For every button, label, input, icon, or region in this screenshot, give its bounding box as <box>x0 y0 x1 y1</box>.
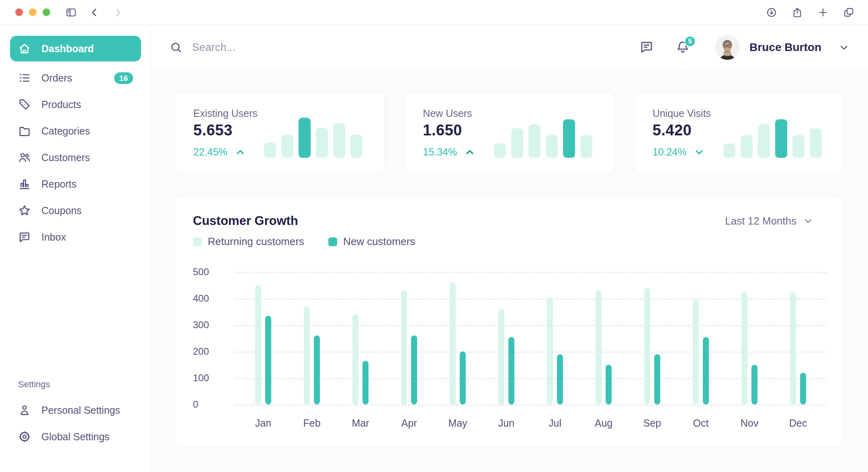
stat-change: 10.24% <box>653 146 711 158</box>
returning-bar-dec <box>790 292 796 405</box>
orders-count-badge: 16 <box>114 72 133 84</box>
sidebar-item-personal-settings[interactable]: Personal Settings <box>10 397 141 423</box>
x-tick-label: Nov <box>741 417 758 429</box>
month-group-jul: Jul <box>547 272 563 405</box>
spark-bar <box>723 143 735 158</box>
sidebar-item-reports[interactable]: Reports <box>10 171 141 197</box>
month-group-jun: Jun <box>498 272 514 405</box>
new-bar-jul <box>557 354 563 405</box>
chevron-down-icon <box>803 216 813 226</box>
stat-change-value: 10.24% <box>653 146 687 158</box>
spark-bar <box>580 135 592 158</box>
stat-label: Unique Visits <box>653 108 711 119</box>
returning-bar-may <box>450 282 456 405</box>
y-tick-label: 200 <box>193 346 209 357</box>
stat-change-icon <box>235 147 246 158</box>
messages-button[interactable] <box>639 40 655 55</box>
back-icon[interactable] <box>89 7 100 18</box>
stat-sparkline <box>264 118 362 158</box>
spark-bar <box>741 135 753 158</box>
sidebar-item-label: Reports <box>41 178 77 190</box>
folder-icon <box>18 125 31 137</box>
legend-label: Returning customers <box>208 235 304 248</box>
spark-bar-highlight <box>563 119 575 158</box>
new-bar-jan <box>265 316 271 405</box>
spark-bar <box>333 123 345 158</box>
chat-icon <box>18 231 31 243</box>
search-input[interactable] <box>192 41 433 54</box>
returning-bar-apr <box>401 290 407 405</box>
range-select[interactable]: Last 12 Months <box>725 215 813 227</box>
returning-bar-sep <box>644 288 650 405</box>
month-group-aug: Aug <box>596 272 612 405</box>
stat-value: 5.653 <box>193 122 258 139</box>
legend-item-new[interactable]: New customers <box>328 235 415 248</box>
notifications-button[interactable]: 5 <box>676 40 691 55</box>
list-icon <box>18 72 31 84</box>
returning-bar-feb <box>304 306 310 405</box>
profile-menu[interactable]: Bruce Burton <box>715 35 850 60</box>
range-select-label: Last 12 Months <box>725 215 796 227</box>
month-group-nov: Nov <box>741 272 757 405</box>
sidebar-item-label: Coupons <box>41 205 82 217</box>
new-bar-feb <box>314 335 320 405</box>
sidebar-item-label: Personal Settings <box>41 405 120 416</box>
y-tick-label: 500 <box>193 266 209 278</box>
tabs-icon[interactable] <box>843 7 854 18</box>
spark-bar <box>758 124 770 158</box>
users-icon <box>18 151 31 164</box>
star-icon <box>18 204 31 217</box>
new-tab-icon[interactable] <box>817 7 829 18</box>
download-icon[interactable] <box>766 7 777 18</box>
minimize-window-button[interactable] <box>29 8 37 16</box>
sidebar-item-orders[interactable]: Orders 16 <box>10 65 141 91</box>
spark-bar <box>264 143 276 158</box>
spark-bar <box>810 129 822 158</box>
month-group-jan: Jan <box>255 272 271 405</box>
sidebar-toggle-icon[interactable] <box>66 7 77 18</box>
window-chrome <box>0 0 868 25</box>
new-bar-dec <box>800 373 806 405</box>
chart-title: Customer Growth <box>193 214 298 228</box>
stat-change-icon <box>464 147 475 158</box>
close-window-button[interactable] <box>15 8 23 16</box>
returning-bar-nov <box>741 292 747 405</box>
new-bar-mar <box>362 361 368 405</box>
new-bar-nov <box>751 365 757 405</box>
stat-card-unique-visits: Unique Visits 5.420 10.24% <box>634 92 844 174</box>
spark-bar <box>528 124 540 158</box>
gear-icon <box>18 430 31 443</box>
spark-bar <box>316 128 328 158</box>
tag-icon <box>18 98 31 111</box>
bar-chart-icon <box>18 178 31 190</box>
sidebar-item-categories[interactable]: Categories <box>10 118 141 144</box>
sidebar-item-dashboard[interactable]: Dashboard <box>10 36 141 61</box>
spark-bar <box>511 128 523 158</box>
x-tick-label: Oct <box>693 417 709 429</box>
stat-card-existing-users: Existing Users 5.653 22.45% <box>175 92 385 174</box>
y-tick-label: 300 <box>193 319 209 331</box>
sidebar-item-global-settings[interactable]: Global Settings <box>10 423 141 450</box>
returning-bar-mar <box>352 315 358 405</box>
sidebar-item-label: Inbox <box>41 231 66 243</box>
forward-icon[interactable] <box>112 7 123 18</box>
sidebar-item-inbox[interactable]: Inbox <box>10 224 141 250</box>
zoom-window-button[interactable] <box>43 8 50 16</box>
stat-change: 22.45% <box>193 146 258 158</box>
share-icon[interactable] <box>792 7 803 18</box>
sidebar-item-coupons[interactable]: Coupons <box>10 197 141 224</box>
y-tick-label: 100 <box>193 372 209 384</box>
stat-change-icon <box>694 147 705 158</box>
y-tick-label: 0 <box>193 399 198 410</box>
user-name: Bruce Burton <box>749 41 821 54</box>
sidebar-item-products[interactable]: Products <box>10 91 141 118</box>
growth-bars: JanFebMarAprMayJunJulAugSepOctNovDec <box>239 272 822 405</box>
legend-item-returning[interactable]: Returning customers <box>193 235 304 248</box>
sidebar-item-label: Categories <box>41 125 90 137</box>
stat-sparkline <box>723 118 822 158</box>
spark-bar-highlight <box>299 118 311 158</box>
month-group-sep: Sep <box>644 272 660 405</box>
new-bar-oct <box>703 337 709 405</box>
spark-bar <box>281 135 293 158</box>
sidebar-item-customers[interactable]: Customers <box>10 144 141 171</box>
